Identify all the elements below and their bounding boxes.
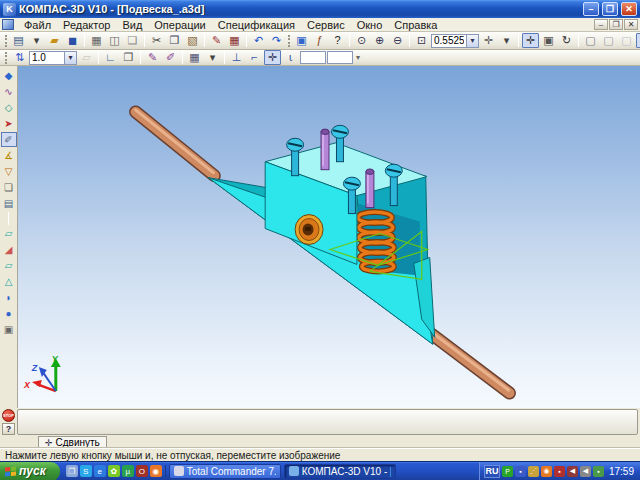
interrupt-command-button[interactable]: STOP (2, 409, 15, 422)
icq-icon[interactable]: ✿ (108, 465, 120, 477)
cursor-step-input[interactable] (30, 52, 64, 64)
copy-button[interactable]: ❐ (166, 33, 183, 48)
shaded-display-button[interactable]: ■ (636, 33, 640, 48)
child-minimize-button[interactable]: – (594, 19, 608, 30)
new-document-dropdown[interactable]: ▾ (28, 33, 45, 48)
send-button[interactable]: ❏ (124, 33, 141, 48)
copy-properties-button[interactable]: ✎ (208, 33, 225, 48)
hidden-lines-display-button[interactable]: ▢ (600, 33, 617, 48)
undo-button[interactable]: ↶ (250, 33, 267, 48)
restore-button[interactable]: ❐ (602, 2, 618, 16)
reference-axes-dropdown[interactable]: ✛ (480, 33, 497, 48)
opera-icon[interactable]: O (136, 465, 148, 477)
menu-help[interactable]: Справка (388, 19, 443, 31)
space-curves-button[interactable]: ∿ (1, 84, 17, 99)
local-cs-button[interactable]: ∟ (102, 50, 119, 65)
paste-button[interactable]: ▧ (184, 33, 201, 48)
start-button[interactable]: пуск (0, 462, 60, 480)
child-restore-button[interactable]: ❐ (609, 19, 623, 30)
browser-icon[interactable]: e (94, 465, 106, 477)
surfaces-button[interactable]: ◇ (1, 100, 17, 115)
toolbar-options-chevron[interactable]: ▾ (354, 53, 362, 62)
print-preview-button[interactable]: ◫ (106, 33, 123, 48)
3d-viewport[interactable]: X Y Z (18, 66, 640, 408)
variables-button[interactable]: ƒ (311, 33, 328, 48)
punto-switcher-tray-icon[interactable]: P (502, 466, 513, 477)
minimize-button[interactable]: – (583, 2, 599, 16)
tab-move-command[interactable]: ✛ Сдвинуть (38, 436, 107, 448)
utorrent-icon[interactable]: µ (122, 465, 134, 477)
menu-editor[interactable]: Редактор (57, 19, 116, 31)
edit-style-button[interactable]: ✐ (162, 50, 179, 65)
toolbar-grip[interactable] (5, 35, 7, 47)
extrude-feature-button[interactable]: ▱ (1, 226, 17, 241)
document-icon[interactable] (2, 19, 14, 30)
menu-specification[interactable]: Спецификация (212, 19, 301, 31)
command-help-button[interactable]: ? (2, 423, 15, 435)
measure-3d-button[interactable]: ∡ (1, 148, 17, 163)
close-button[interactable]: ✕ (621, 2, 637, 16)
toolbar-grip[interactable] (288, 35, 290, 47)
shell-feature-button[interactable]: ◗ (1, 290, 17, 305)
copy-object-properties-button[interactable]: ❐ (120, 50, 137, 65)
zoom-select-button[interactable]: ⊙ (353, 33, 370, 48)
zoom-out-button[interactable]: ⊖ (389, 33, 406, 48)
task-kompas[interactable]: КОМПАС-3D V10 - [П... (284, 464, 396, 479)
chamfer-feature-button[interactable]: ◢ (1, 242, 17, 257)
sketch-button[interactable]: ✐ (1, 132, 17, 147)
app-tray-icon-2[interactable]: ▪ (554, 466, 565, 477)
pyramid-feature-button[interactable]: △ (1, 274, 17, 289)
edit-geometry-button[interactable]: ✎ (144, 50, 161, 65)
snaps-button[interactable]: ✛ (264, 50, 281, 65)
agent-icon[interactable]: ◉ (150, 465, 162, 477)
pan-button[interactable]: ✛ (522, 33, 539, 48)
save-button[interactable]: ◼ (64, 33, 81, 48)
zoom-scale-dropdown[interactable]: ▾ (466, 35, 478, 47)
print-button[interactable]: ▦ (88, 33, 105, 48)
app-icon[interactable]: K (3, 3, 16, 16)
child-close-button[interactable]: ✕ (624, 19, 638, 30)
open-button[interactable]: ▰ (46, 33, 63, 48)
menu-file[interactable]: Файл (18, 19, 57, 31)
grid-dropdown[interactable]: ▾ (204, 50, 221, 65)
model-canvas[interactable]: X Y Z (18, 66, 640, 408)
zoom-scale-input[interactable] (432, 35, 466, 47)
menu-window[interactable]: Окно (351, 19, 389, 31)
new-document-button[interactable]: ▤ (10, 33, 27, 48)
menu-view[interactable]: Вид (116, 19, 148, 31)
array-feature-button[interactable]: ▣ (1, 322, 17, 337)
coord-y-input[interactable] (327, 51, 353, 64)
right-axle-rod[interactable] (432, 332, 510, 393)
network-tray-icon[interactable]: ⋰ (528, 466, 539, 477)
rotate-button[interactable]: ↻ (558, 33, 575, 48)
cut-button[interactable]: ✂ (148, 33, 165, 48)
wireframe-display-button[interactable]: ▢ (582, 33, 599, 48)
coord-x-input[interactable] (300, 51, 326, 64)
app-tray-icon-1[interactable]: ▪ (515, 466, 526, 477)
bushing[interactable] (295, 215, 323, 245)
toolbar-grip[interactable] (5, 52, 8, 64)
local-axes-button[interactable]: ⊥ (228, 50, 245, 65)
loft-feature-button[interactable]: ▱ (1, 258, 17, 273)
grid-button[interactable]: ▦ (186, 50, 203, 65)
reports-button[interactable]: ❏ (1, 180, 17, 195)
menu-service[interactable]: Сервис (301, 19, 351, 31)
audio-tray-icon[interactable]: ◀ (567, 466, 578, 477)
ortho-drawing-button[interactable]: ⌐ (246, 50, 263, 65)
show-desktop-icon[interactable]: ❐ (66, 465, 78, 477)
filters-button[interactable]: ▽ (1, 164, 17, 179)
skype-icon[interactable]: S (80, 465, 92, 477)
coordinates-button[interactable]: ⍳ (282, 50, 299, 65)
zoom-frame-button[interactable]: ▣ (540, 33, 557, 48)
spreadsheet-button[interactable]: ▦ (226, 33, 243, 48)
reference-axes-arrow[interactable]: ▾ (498, 33, 515, 48)
current-layer-button[interactable]: ▱ (78, 50, 95, 65)
specification-button[interactable]: ▤ (1, 196, 17, 211)
hidden-lines-thin-display-button[interactable]: ▢ (618, 33, 635, 48)
battery-tray-icon[interactable]: ▪ (593, 466, 604, 477)
window-layout-button[interactable]: ▣ (293, 33, 310, 48)
menu-operations[interactable]: Операции (148, 19, 211, 31)
zoom-in-button[interactable]: ⊕ (371, 33, 388, 48)
messenger-tray-icon[interactable]: ◉ (541, 466, 552, 477)
redo-button[interactable]: ↷ (268, 33, 285, 48)
